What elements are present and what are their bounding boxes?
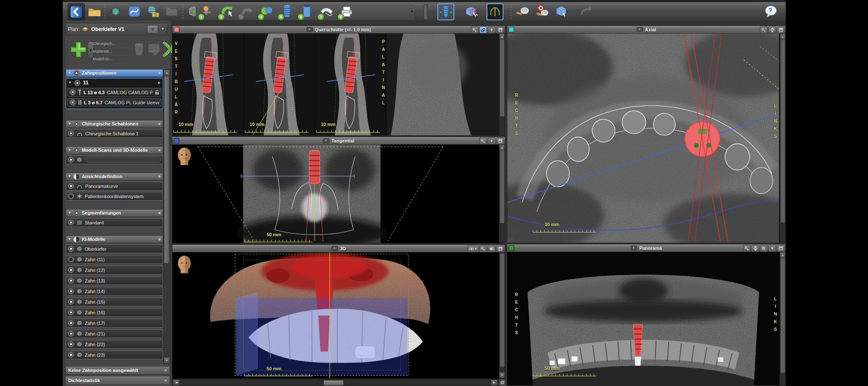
sidebar-scrollbar[interactable]: ▲ ▼ <box>163 69 170 364</box>
scroll-up-button[interactable]: ▲ <box>780 34 785 40</box>
sleeve-row[interactable]: L 3 ø 5.7 CAMLOG PL Guide sleeve Ø4.3 <box>67 98 161 107</box>
split-view-button[interactable] <box>751 245 759 252</box>
view-settings-gear-button[interactable]: ⚙ <box>499 379 506 386</box>
workflow-step2-curve-button[interactable]: 2 <box>219 3 235 20</box>
maximize-view-button[interactable] <box>496 26 504 34</box>
cross-section-header[interactable]: Querschnitte (+/- 1.0 mm) ▼ <box>172 26 505 34</box>
visibility-radio[interactable] <box>68 193 74 199</box>
section-header-modellscans[interactable]: ▼ Modell-Scans und 3D-Modelle » <box>66 146 163 154</box>
detach-view-button[interactable] <box>479 137 487 145</box>
scroll-down-button[interactable]: ▼ <box>499 372 505 378</box>
plan-dropdown-button[interactable]: ▼ <box>160 27 165 31</box>
tangential-header[interactable]: Tangential ▼ <box>172 137 505 145</box>
maximize-view-button[interactable] <box>496 137 504 145</box>
tooth-group-row[interactable]: ▼ 11 » <box>67 79 161 87</box>
threed-viewport[interactable]: 50 mm ▼ <box>172 252 505 378</box>
add-menu-item[interactable]: Implantat... <box>93 48 129 56</box>
scroll-down-button[interactable]: ▼ <box>164 357 170 364</box>
visibility-radio[interactable] <box>74 80 81 86</box>
visibility-radio[interactable] <box>68 130 74 137</box>
half-visibility-icon[interactable] <box>73 236 80 243</box>
ki-oberkiefer-item[interactable]: Oberkiefer <box>66 244 163 253</box>
view-options-dropdown[interactable]: ▼ <box>488 26 495 34</box>
scroll-thumb[interactable] <box>780 258 785 373</box>
fit-to-implant-button-active[interactable] <box>437 3 454 20</box>
ki-tooth-item[interactable]: Zahn (12) <box>66 266 163 274</box>
add-menu-item[interactable]: Chirurgisch... <box>93 40 129 48</box>
plan-menu-button[interactable]: ≡ <box>147 25 158 34</box>
visibility-radio[interactable] <box>73 70 80 76</box>
view-options-dropdown[interactable]: ▼ <box>488 137 495 145</box>
visibility-radio[interactable] <box>73 147 80 154</box>
tooth-position-group-11[interactable]: ▼ 11 » L 13 ø 4.3 CAMLOG CAMLOG PROG... … <box>66 78 163 109</box>
zoom-button[interactable] <box>515 3 531 20</box>
scroll-up-button[interactable]: ▲ <box>499 34 505 40</box>
head-orientation-icon[interactable] <box>177 255 192 274</box>
visibility-radio[interactable] <box>68 288 74 294</box>
visibility-radio[interactable] <box>68 299 74 305</box>
axial-viewport[interactable]: RECHTS LINKS 10 mm ▲ <box>507 34 785 243</box>
open-plan-folder-button[interactable] <box>86 3 103 20</box>
orientation-widget-button-active[interactable] <box>487 3 504 20</box>
model-scan-item[interactable] <box>66 155 163 164</box>
visibility-radio[interactable] <box>68 352 74 358</box>
visibility-radio[interactable] <box>68 330 74 337</box>
tangential-viewport[interactable]: 50 mm ▲ <box>172 145 505 243</box>
add-object-button[interactable] <box>69 40 88 59</box>
ki-tooth-item[interactable]: Zahn (14) <box>66 287 163 296</box>
add-menu-item[interactable]: Modell-Sc... <box>93 56 129 63</box>
scroll-left-button[interactable]: ◀ <box>173 380 180 386</box>
view-scrollbar[interactable]: ▼ <box>499 252 505 378</box>
visibility-radio[interactable] <box>73 121 80 127</box>
axial-header[interactable]: Axial <box>507 26 785 34</box>
split-view-button[interactable] <box>768 26 776 34</box>
half-visibility-icon[interactable] <box>73 173 80 180</box>
link-views-button-active[interactable] <box>479 26 487 34</box>
workflow-step8-print-button[interactable]: 8 <box>339 3 355 20</box>
ki-tooth-item[interactable]: Zahn (11) <box>66 255 163 264</box>
ki-tooth-item[interactable]: Zahn (16) <box>66 308 163 317</box>
view-options-dropdown[interactable]: ▼ <box>768 245 776 252</box>
detach-view-button[interactable] <box>760 26 768 34</box>
scroll-thumb[interactable] <box>323 380 344 386</box>
workflow-overflow-dropdown[interactable]: ▼ <box>409 3 415 20</box>
visibility-eye-dropdown[interactable]: ▼ <box>467 245 479 252</box>
scroll-up-button[interactable]: ▲ <box>780 252 785 258</box>
section-header-schablonen[interactable]: ▼ Chirurgische Schablonen » <box>66 120 163 128</box>
scroll-right-button[interactable]: ▶ <box>491 380 498 386</box>
scroll-thumb[interactable] <box>780 39 785 223</box>
plan-selector[interactable]: Plan: Oberkiefer V1 ≡ ▼ <box>66 23 167 35</box>
visibility-radio[interactable] <box>70 99 76 106</box>
tooth-selection-status-bar[interactable]: Keine Zahnposition ausgewählt » <box>65 366 170 375</box>
toolbar-overflow-strip[interactable] <box>424 4 428 20</box>
curve-tool-button[interactable] <box>126 3 142 20</box>
workflow-step6-sleeve-button[interactable]: 6 <box>299 3 315 20</box>
scroll-up-button[interactable]: ▲ <box>499 145 505 151</box>
fit-to-volume-button[interactable] <box>463 3 479 20</box>
patientenkoordinaten-item[interactable]: Patientenkoordinatensystem <box>66 192 163 201</box>
render-settings-button[interactable]: ⚙ <box>760 245 768 252</box>
visibility-radio[interactable] <box>73 210 80 216</box>
ki-tooth-item[interactable]: Zahn (15) <box>66 297 163 306</box>
ki-tooth-item[interactable]: Zahn (17) <box>66 319 163 327</box>
view-scrollbar[interactable]: ▲ <box>779 252 785 385</box>
workflow-step4-crown-button[interactable]: 4 <box>259 3 275 20</box>
density-statistics-bar[interactable]: Dichtestatistik » <box>65 376 170 385</box>
volume-tool-button[interactable] <box>108 3 124 20</box>
export-data-button[interactable] <box>145 3 161 20</box>
detach-view-button[interactable] <box>479 245 487 252</box>
section-header-ki-modelle[interactable]: ▼ KI-Modelle » <box>66 235 163 243</box>
scroll-up-button[interactable]: ▲ <box>164 70 170 76</box>
maximize-view-button[interactable] <box>777 245 785 252</box>
scroll-thumb[interactable] <box>500 39 505 117</box>
pan-view-button[interactable] <box>554 3 570 20</box>
detach-view-button[interactable] <box>743 245 751 252</box>
schablone-item[interactable]: Chirurgische Schablone 1 <box>66 129 163 138</box>
section-header-segmentierungen[interactable]: ▼ Segmentierungen » <box>66 209 163 217</box>
visibility-radio[interactable] <box>68 256 74 263</box>
workflow-step7-template-button[interactable]: 7 <box>319 3 335 20</box>
segmentation-standard-item[interactable]: Standard <box>66 218 163 227</box>
visibility-radio[interactable] <box>68 219 74 226</box>
panoramakurve-item[interactable]: Panoramakurve <box>66 182 163 190</box>
back-button[interactable] <box>68 3 85 20</box>
